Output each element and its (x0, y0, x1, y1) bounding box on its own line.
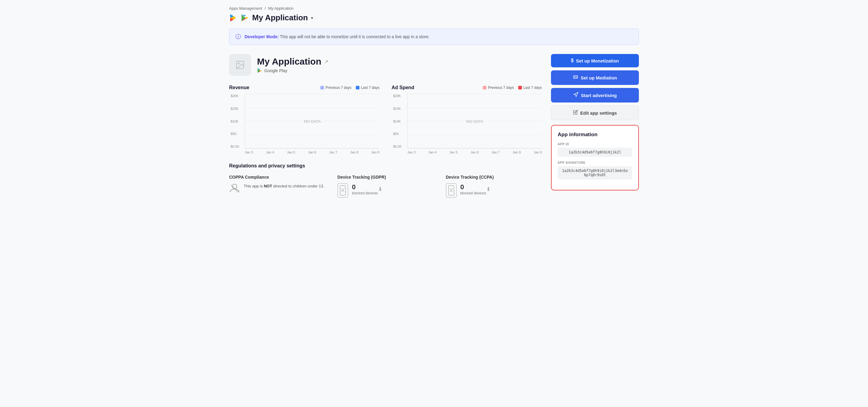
gdpr-item: Device Tracking (GDPR) (337, 175, 433, 198)
adspend-x-jan6: Jan 6 (471, 150, 479, 154)
app-id-value: 1a2b3c4d5e6f7g8h9i0j1k2l (558, 148, 632, 157)
app-dropdown-arrow[interactable]: ▾ (311, 16, 313, 20)
app-sig-label: APP SIGNATURE (558, 161, 632, 164)
gdpr-title: Device Tracking (GDPR) (337, 175, 433, 179)
ccpa-count-section: 0 blocked devices (460, 183, 486, 195)
app-id-label: APP ID (558, 143, 632, 146)
advertising-label: Start advertising (581, 93, 617, 98)
start-advertising-button[interactable]: Start advertising (551, 88, 639, 103)
coppa-not: NOT (264, 184, 272, 188)
charts-row: Revenue Previous 7 days Last 7 days (229, 85, 542, 154)
edit-settings-button[interactable]: Edit app settings (551, 106, 639, 120)
revenue-legend-prev: Previous 7 days (320, 86, 351, 90)
adspend-last-dot (518, 86, 522, 89)
svg-point-8 (238, 63, 239, 64)
adspend-y-15k: $15K (393, 107, 402, 110)
gdpr-phone-icon (337, 183, 348, 198)
revenue-x-jan7: Jan 7 (329, 150, 337, 154)
adspend-chart-legend: Previous 7 days Last 7 days (483, 86, 542, 90)
app-store-name: Google Play (264, 68, 287, 73)
revenue-y-15k: $15K (230, 107, 239, 110)
setup-monetization-button[interactable]: $ Set up Monetization (551, 54, 639, 67)
right-sidebar: $ Set up Monetization Set up Mediation (551, 54, 639, 198)
gdpr-count-section: 0 blocked devices (352, 183, 378, 195)
regulations-section: Regulations and privacy settings COPPA C… (229, 163, 542, 198)
adspend-prev-dot (483, 86, 487, 89)
app-icon-placeholder (229, 54, 251, 76)
coppa-title: COPPA Compliance (229, 175, 325, 179)
revenue-x-jan6: Jan 6 (308, 150, 316, 154)
svg-marker-5 (234, 16, 236, 20)
revenue-legend-last: Last 7 days (356, 86, 379, 90)
regulations-grid: COPPA Compliance This app is NOT di (229, 175, 542, 198)
adspend-x-jan4: Jan 4 (429, 150, 437, 154)
app-signature-field: APP SIGNATURE 1a2b3c4d5e6f7g8h9i0j1k2l3m… (558, 161, 632, 179)
revenue-chart-header: Revenue Previous 7 days Last 7 days (229, 85, 379, 90)
adspend-gridline-5 (408, 148, 542, 148)
ccpa-label: blocked devices (460, 191, 486, 195)
adspend-y-20k: $20K (393, 94, 402, 98)
mediation-label: Set up Mediation (581, 75, 617, 80)
ccpa-stats: 0 blocked devices ⬇ (460, 183, 491, 195)
gdpr-download-icon[interactable]: ⬇ (378, 186, 382, 193)
google-play-logo-icon (241, 13, 249, 22)
info-icon: ⓘ (236, 33, 241, 40)
revenue-x-jan5: Jan 5 (287, 150, 295, 154)
coppa-item: COPPA Compliance This app is NOT di (229, 175, 325, 198)
google-play-small-icon (257, 68, 262, 74)
monetization-icon: $ (571, 58, 574, 63)
revenue-last-label: Last 7 days (361, 86, 379, 90)
adspend-no-data: NO DATA (466, 119, 484, 123)
external-link-icon[interactable]: ↗ (324, 59, 328, 65)
breadcrumb: Apps Management / My Application (229, 6, 639, 10)
monetization-label: Set up Monetization (576, 58, 619, 63)
gridline-1 (245, 94, 379, 94)
ccpa-item: Device Tracking (CCPA) (446, 175, 542, 198)
adspend-chart-area: $20K $15K $10K $5K $0.00 (407, 94, 542, 149)
adspend-x-jan3: Jan 3 (407, 150, 415, 154)
coppa-content: This app is NOT directed to children und… (229, 183, 325, 196)
app-info-top: My Application ↗ Google Play (229, 54, 542, 76)
adspend-gridline-1 (408, 94, 542, 94)
breadcrumb-separator: / (265, 6, 266, 10)
ccpa-title: Device Tracking (CCPA) (446, 175, 542, 179)
adspend-chart-title: Ad Spend (392, 85, 414, 90)
app-name-row: My Application ↗ (257, 56, 328, 67)
adspend-y-0: $0.00 (393, 145, 402, 148)
google-play-icon (229, 13, 238, 22)
adspend-x-jan7: Jan 7 (492, 150, 500, 154)
page-title: My Application (252, 13, 308, 23)
developer-mode-banner: ⓘ Developer Mode: This app will not be a… (229, 29, 639, 45)
setup-mediation-button[interactable]: Set up Mediation (551, 70, 639, 85)
revenue-x-jan4: Jan 4 (266, 150, 274, 154)
revenue-prev-dot (320, 86, 324, 89)
revenue-y-5k: $5K (230, 132, 239, 136)
revenue-chart-area: $20K $15K $10K $5K $0.00 (245, 94, 379, 149)
revenue-chart-wrapper: $20K $15K $10K $5K $0.00 (229, 94, 379, 154)
gridline-4 (245, 135, 379, 135)
gdpr-row: 0 blocked devices ⬇ (352, 183, 382, 195)
adspend-x-jan5: Jan 5 (450, 150, 458, 154)
left-content: My Application ↗ Google Play (229, 54, 542, 198)
app-store-row: Google Play (257, 68, 328, 74)
ccpa-row: 0 blocked devices ⬇ (460, 183, 491, 195)
revenue-chart-legend: Previous 7 days Last 7 days (320, 86, 379, 90)
adspend-chart-wrapper: $20K $15K $10K $5K $0.00 (392, 94, 542, 154)
breadcrumb-current: My Application (268, 6, 294, 10)
adspend-chart-section: Ad Spend Previous 7 days Last 7 days (392, 85, 542, 154)
adspend-legend-last: Last 7 days (518, 86, 542, 90)
gridline-2 (245, 108, 379, 108)
revenue-y-0: $0.00 (230, 145, 239, 148)
app-name-section: My Application ↗ Google Play (257, 56, 328, 74)
breadcrumb-parent[interactable]: Apps Management (229, 6, 262, 10)
gdpr-content: 0 blocked devices ⬇ (337, 183, 433, 198)
ccpa-content: 0 blocked devices ⬇ (446, 183, 542, 198)
coppa-icon (229, 183, 240, 196)
adspend-prev-label: Previous 7 days (488, 86, 514, 90)
coppa-text: This app is NOT directed to children und… (244, 183, 324, 189)
adspend-x-jan8: Jan 8 (513, 150, 521, 154)
gdpr-stats: 0 blocked devices ⬇ (352, 183, 382, 195)
adspend-chart-header: Ad Spend Previous 7 days Last 7 days (392, 85, 542, 90)
ccpa-download-icon[interactable]: ⬇ (486, 186, 491, 193)
dev-banner-text: Developer Mode: This app will not be abl… (245, 34, 430, 39)
